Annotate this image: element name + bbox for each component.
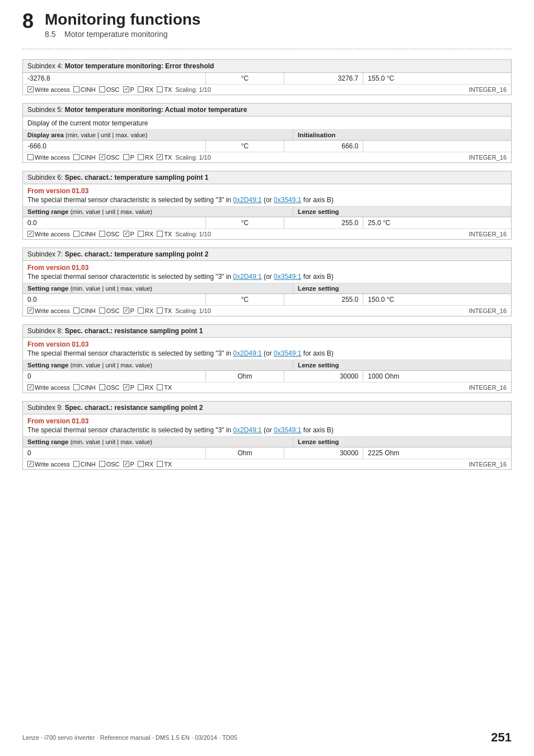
subindex5-col3: 666.0 bbox=[284, 141, 363, 152]
s8-tx-item: TX bbox=[157, 384, 172, 391]
s7-scaling-text: Scaling: 1/10 bbox=[175, 307, 211, 314]
subindex9-col4-header: Lenze setting bbox=[293, 437, 511, 447]
rx-item: RX bbox=[138, 86, 153, 93]
subindex9-header: Subindex 9: Spec. charact.: resistance s… bbox=[23, 402, 511, 414]
s5-rx-checkbox bbox=[138, 154, 144, 160]
subindex8-col4: 1000 Ohm bbox=[363, 371, 511, 382]
s6-p-item: P bbox=[123, 231, 134, 237]
s9-p-label: P bbox=[130, 461, 134, 468]
s5-p-item: P bbox=[123, 154, 134, 161]
subindex4-block: Subindex 4: Motor temperature monitoring… bbox=[22, 59, 512, 95]
s8-osc-item: OSC bbox=[99, 384, 120, 391]
subindex9-label: Subindex 9: Spec. charact.: resistance s… bbox=[27, 404, 203, 412]
tx-label: TX bbox=[164, 86, 172, 93]
subindex9-link2[interactable]: 0x3549:1 bbox=[274, 426, 301, 434]
s9-p-checkbox bbox=[123, 461, 129, 467]
tx-checkbox bbox=[157, 86, 163, 92]
write-access-item: Write access bbox=[27, 86, 70, 93]
s9-tx-checkbox bbox=[157, 461, 163, 467]
subindex9-description: From version 01.03 The special thermal s… bbox=[23, 414, 511, 437]
subindex4-col2: °C bbox=[206, 73, 285, 84]
subindex9-desc-text: The special thermal sensor characteristi… bbox=[27, 426, 507, 434]
subindex7-desc-text: The special thermal sensor characteristi… bbox=[27, 273, 507, 281]
osc-label: OSC bbox=[106, 86, 120, 93]
s5-osc-checkbox bbox=[99, 154, 105, 160]
s6-write-access-item: Write access bbox=[27, 231, 70, 237]
subindex8-col4-header: Lenze setting bbox=[293, 360, 511, 370]
s5-write-access-checkbox bbox=[27, 154, 34, 160]
s9-write-access-item: Write access bbox=[27, 461, 70, 468]
subindex8-description: From version 01.03 The special thermal s… bbox=[23, 338, 511, 360]
subindex4-data-row: -3276.8 °C 3276.7 155.0 °C bbox=[23, 73, 511, 85]
subindex6-block: Subindex 6: Spec. charact.: temperature … bbox=[22, 171, 512, 240]
subindex7-data-row: 0.0 °C 255.0 150.0 °C bbox=[23, 294, 511, 306]
subindex6-col3: 255.0 bbox=[284, 217, 363, 228]
s5-cinh-checkbox bbox=[73, 154, 79, 160]
subindex8-col2: Ohm bbox=[206, 371, 285, 382]
subindex6-col2: °C bbox=[206, 217, 285, 228]
p-label: P bbox=[130, 86, 134, 93]
s7-write-access-label: Write access bbox=[35, 307, 70, 314]
s6-osc-checkbox bbox=[99, 231, 105, 237]
subindex5-label: Subindex 5: Motor temperature monitoring… bbox=[27, 106, 247, 114]
s7-p-item: P bbox=[123, 307, 134, 314]
subindex7-link1[interactable]: 0x2D49:1 bbox=[233, 273, 261, 281]
s7-rx-checkbox bbox=[138, 307, 144, 314]
subindex7-from-version: From version 01.03 bbox=[27, 264, 507, 272]
s9-tx-item: TX bbox=[157, 461, 172, 468]
s5-write-access-item: Write access bbox=[27, 154, 70, 161]
subindex8-desc-text: The special thermal sensor characteristi… bbox=[27, 349, 507, 357]
subindex7-col4: 150.0 °C bbox=[363, 294, 511, 305]
subindex8-access: Write access CINH OSC P RX TX bbox=[23, 382, 511, 393]
chapter-subtitle: 8.5 Motor temperature monitoring bbox=[45, 30, 200, 39]
subindex5-access-left: Write access CINH OSC P RX TX Sc bbox=[27, 154, 211, 161]
s5-p-checkbox bbox=[123, 154, 129, 160]
s7-osc-checkbox bbox=[99, 307, 105, 314]
subindex8-link2[interactable]: 0x3549:1 bbox=[274, 349, 301, 357]
s7-cinh-checkbox bbox=[73, 307, 79, 314]
s8-tx-label: TX bbox=[164, 384, 172, 391]
subindex4-col1: -3276.8 bbox=[23, 73, 206, 84]
s9-osc-checkbox bbox=[99, 461, 105, 467]
subindex6-access-left: Write access CINH OSC P RX TX Sc bbox=[27, 231, 211, 237]
s8-p-item: P bbox=[123, 384, 134, 391]
subindex5-header: Subindex 5: Motor temperature monitoring… bbox=[23, 104, 511, 116]
s7-tx-checkbox bbox=[157, 307, 163, 314]
subindex8-col1: 0 bbox=[23, 371, 206, 382]
subindex9-header-row: Setting range (min. value | unit | max. … bbox=[23, 437, 511, 447]
subindex5-block: Subindex 5: Motor temperature monitoring… bbox=[22, 103, 512, 163]
subindex9-link1[interactable]: 0x2D49:1 bbox=[233, 426, 261, 434]
subindex8-block: Subindex 8: Spec. charact.: resistance s… bbox=[22, 324, 512, 393]
subindex5-col4-header: Initialisation bbox=[293, 130, 511, 140]
section-divider bbox=[22, 49, 512, 49]
subindex8-data-row: 0 Ohm 30000 1000 Ohm bbox=[23, 371, 511, 382]
subindex6-desc-text: The special thermal sensor characteristi… bbox=[27, 196, 507, 204]
subindex9-col1: 0 bbox=[23, 447, 206, 459]
s8-integer-label: INTEGER_16 bbox=[467, 384, 507, 391]
cinh-checkbox bbox=[73, 86, 79, 92]
s9-osc-item: OSC bbox=[99, 461, 120, 468]
s6-integer-label: INTEGER_16 bbox=[467, 231, 507, 237]
s6-tx-item: TX bbox=[157, 231, 172, 237]
p-item: P bbox=[123, 86, 134, 93]
s7-integer-label: INTEGER_16 bbox=[467, 307, 507, 314]
s6-osc-label: OSC bbox=[106, 231, 120, 237]
subindex7-col3: 255.0 bbox=[284, 294, 363, 305]
subindex7-col4-header: Lenze setting bbox=[293, 283, 511, 293]
s7-tx-item: TX bbox=[157, 307, 172, 314]
s5-scaling-text: Scaling: 1/10 bbox=[175, 154, 211, 161]
subindex5-desc-text: Display of the current motor temperature bbox=[27, 119, 148, 127]
subindex8-link1[interactable]: 0x2D49:1 bbox=[233, 349, 261, 357]
s8-rx-item: RX bbox=[138, 384, 153, 391]
subindex9-col1-header: Setting range (min. value | unit | max. … bbox=[23, 437, 293, 447]
subindex6-link1[interactable]: 0x2D49:1 bbox=[233, 196, 261, 204]
cinh-label: CINH bbox=[81, 86, 96, 93]
subindex7-col1-header: Setting range (min. value | unit | max. … bbox=[23, 283, 293, 293]
integer-label: INTEGER_16 bbox=[467, 86, 507, 93]
subindex6-header: Subindex 6: Spec. charact.: temperature … bbox=[23, 171, 511, 184]
subindex8-access-left: Write access CINH OSC P RX TX bbox=[27, 384, 172, 391]
subindex6-link2[interactable]: 0x3549:1 bbox=[274, 196, 301, 204]
subindex7-link2[interactable]: 0x3549:1 bbox=[274, 273, 301, 281]
page-footer: Lenze · i700 servo inverter · Reference … bbox=[0, 730, 534, 745]
subindex5-col1-header: Display area (min. value | unit | max. v… bbox=[23, 130, 293, 140]
